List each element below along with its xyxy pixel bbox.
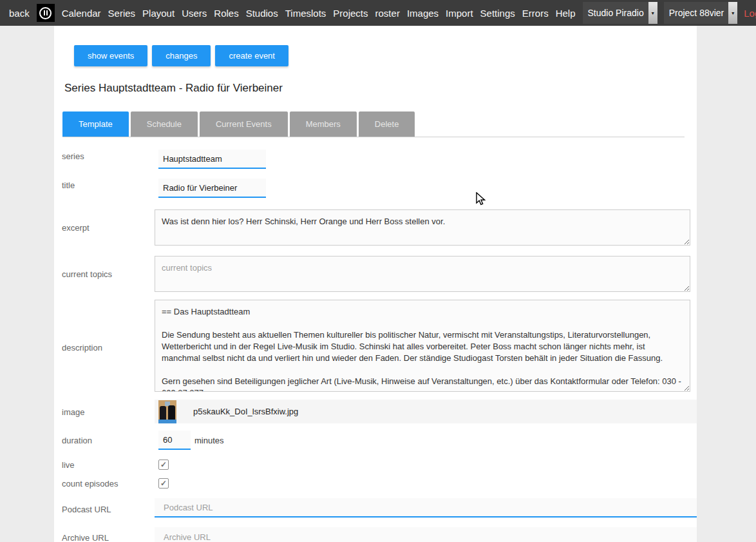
duration-input[interactable] bbox=[158, 431, 191, 450]
tab-delete[interactable]: Delete bbox=[359, 111, 415, 137]
nav-item-settings[interactable]: Settings bbox=[480, 8, 515, 19]
excerpt-label: excerpt bbox=[62, 223, 90, 233]
title-input[interactable] bbox=[158, 179, 266, 198]
changes-button[interactable]: changes bbox=[152, 45, 211, 66]
nav-item-users[interactable]: Users bbox=[182, 8, 207, 19]
check-icon: ✓ bbox=[160, 479, 167, 488]
show-events-button[interactable]: show events bbox=[74, 45, 147, 66]
count-episodes-label: count episodes bbox=[62, 479, 118, 489]
studio-select-value: Studio Piradio bbox=[588, 8, 644, 18]
nav-item-roles[interactable]: Roles bbox=[214, 8, 238, 19]
tab-schedule[interactable]: Schedule bbox=[131, 111, 198, 137]
live-checkbox[interactable]: ✓ bbox=[158, 460, 169, 470]
image-filename: p5skauKk_DoI_lsrsBfxiw.jpg bbox=[193, 407, 298, 416]
nav-item-roster[interactable]: roster bbox=[375, 8, 400, 19]
tab-template[interactable]: Template bbox=[62, 111, 129, 137]
piradio-logo-icon[interactable] bbox=[37, 4, 55, 22]
image-row: p5skauKk_DoI_lsrsBfxiw.jpg bbox=[155, 400, 697, 423]
nav-item-studios[interactable]: Studios bbox=[246, 8, 278, 19]
project-select-value: Project 88vier bbox=[669, 8, 724, 18]
page-title: Series Hauptstadtteam - Radio für Vierbe… bbox=[64, 82, 283, 95]
nav-right-group: Studio Piradio ▼ Project 88vier ▼ Logout… bbox=[583, 2, 756, 24]
nav-back-link[interactable]: back bbox=[9, 8, 30, 19]
top-nav: back Calendar Series Playout Users Roles… bbox=[0, 0, 756, 26]
description-textarea[interactable]: == Das Hauptstadtteam Die Sendung besteh… bbox=[155, 300, 690, 392]
main-content: show events changes create event Series … bbox=[54, 26, 697, 542]
title-label: title bbox=[62, 180, 75, 190]
count-episodes-checkbox[interactable]: ✓ bbox=[158, 478, 169, 489]
nav-item-import[interactable]: Import bbox=[446, 8, 473, 19]
description-label: description bbox=[62, 343, 102, 353]
nav-item-errors[interactable]: Errors bbox=[522, 8, 549, 19]
series-image-thumbnail[interactable] bbox=[158, 400, 176, 423]
nav-item-calendar[interactable]: Calendar bbox=[62, 8, 101, 19]
nav-item-playout[interactable]: Playout bbox=[142, 8, 175, 19]
check-icon: ✓ bbox=[160, 460, 167, 469]
nav-item-help[interactable]: Help bbox=[556, 8, 576, 19]
current-topics-label: current topics bbox=[62, 269, 112, 279]
logout-link[interactable]: Logout bbox=[744, 8, 756, 19]
nav-item-timeslots[interactable]: Timeslots bbox=[285, 8, 326, 19]
podcast-url-label: Podcast URL bbox=[62, 505, 111, 514]
nav-item-series[interactable]: Series bbox=[108, 8, 136, 19]
archive-url-label: Archive URL bbox=[62, 533, 109, 542]
duration-unit-label: minutes bbox=[194, 436, 224, 445]
dropdown-arrow-icon: ▼ bbox=[728, 2, 737, 24]
current-topics-textarea[interactable] bbox=[155, 256, 690, 292]
live-label: live bbox=[62, 460, 75, 470]
pause-circle-icon bbox=[39, 7, 52, 19]
excerpt-textarea[interactable]: Was ist denn hier los? Herr Schinski, He… bbox=[155, 209, 690, 246]
dropdown-arrow-icon: ▼ bbox=[648, 2, 657, 24]
studio-select[interactable]: Studio Piradio ▼ bbox=[583, 2, 657, 24]
tab-current-events[interactable]: Current Events bbox=[200, 111, 288, 137]
tab-bar: Template Schedule Current Events Members… bbox=[62, 111, 685, 137]
series-label: series bbox=[62, 151, 84, 161]
podcast-url-input[interactable] bbox=[155, 498, 697, 518]
archive-url-input[interactable] bbox=[155, 527, 697, 542]
project-select[interactable]: Project 88vier ▼ bbox=[664, 2, 738, 24]
series-input[interactable] bbox=[158, 150, 266, 169]
tab-members[interactable]: Members bbox=[290, 111, 357, 137]
nav-item-projects[interactable]: Projects bbox=[333, 8, 368, 19]
toolbar: show events changes create event bbox=[74, 45, 288, 66]
create-event-button[interactable]: create event bbox=[215, 45, 288, 66]
duration-label: duration bbox=[62, 436, 92, 445]
nav-item-images[interactable]: Images bbox=[407, 8, 439, 19]
image-label: image bbox=[62, 407, 84, 417]
